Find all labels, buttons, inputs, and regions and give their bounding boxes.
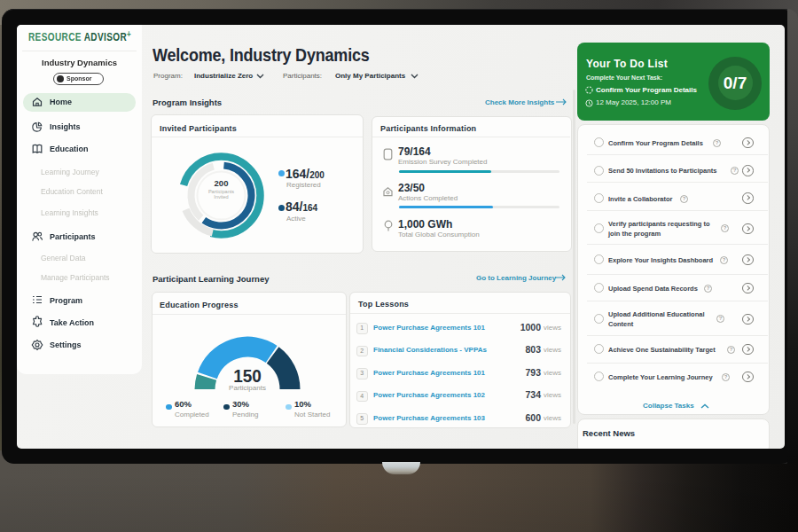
svg-text:Participants: Participants xyxy=(208,189,234,194)
svg-text:Invited: Invited xyxy=(214,194,228,200)
svg-text:200: 200 xyxy=(215,178,229,188)
